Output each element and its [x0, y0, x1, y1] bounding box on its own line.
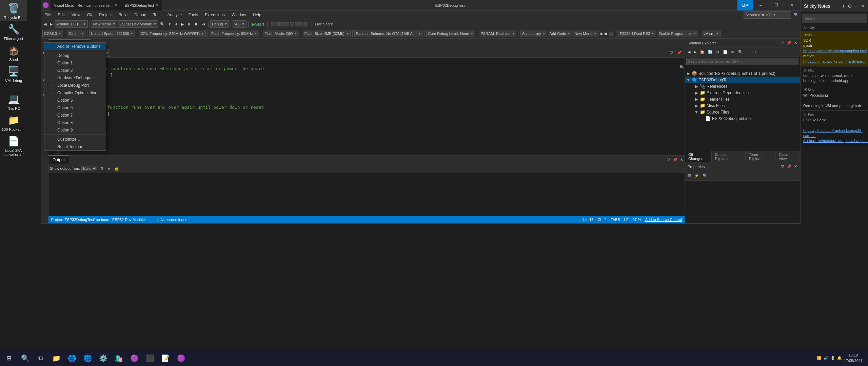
toolbar-forward-btn[interactable]: ▶: [48, 20, 54, 28]
menu-test[interactable]: Test: [150, 11, 164, 19]
desktop-icon-vm-debug[interactable]: 🖥️ VM debug: [0, 63, 27, 84]
desktop-icon-filter-adjust[interactable]: 🔧 Filter adjust: [0, 21, 27, 42]
vm-title-tab[interactable]: Visual Micro - Re: I cannot see thi... ✕: [51, 0, 121, 11]
menu-file[interactable]: File: [41, 11, 54, 19]
desktop-icon-local2fa[interactable]: 📄 Local 2FA activation.rtf: [0, 133, 27, 158]
toolbar-icons-5[interactable]: ⏹: [193, 20, 199, 28]
search-icon-btn[interactable]: 🔍: [792, 11, 800, 19]
taskbar-file-explorer-icon[interactable]: 📁: [49, 351, 64, 366]
flash-mode-dropdown[interactable]: Flash Mode: QIO ▼: [263, 30, 299, 37]
new-menu-dropdown[interactable]: New Menu ▼: [92, 20, 117, 28]
se-forward-btn[interactable]: ▶: [692, 48, 698, 56]
context-reset-toolbar[interactable]: Reset Toolbar: [44, 143, 106, 150]
output-source-select[interactable]: Build: [81, 166, 97, 171]
se-collapse-btn[interactable]: ⊟: [751, 48, 757, 56]
toolbar-icons-3[interactable]: ▶: [180, 20, 185, 28]
menu-extensions[interactable]: Extensions: [201, 11, 228, 19]
flash-size-dropdown[interactable]: Flash Size: 4MB (32Mb) ▼: [303, 30, 351, 37]
context-option2[interactable]: Option 2: [44, 67, 106, 74]
toolbar-icons-1[interactable]: ⬆: [167, 20, 173, 28]
context-local-debug[interactable]: Local Debug Port: [44, 82, 106, 89]
desktop-icon-shed[interactable]: 🏚️ Shed: [0, 42, 27, 63]
se-collapse-icon[interactable]: ▽: [781, 41, 784, 45]
desktop-icon-100mb[interactable]: 📁 100 Rockabi...: [0, 112, 27, 133]
taskbar-notes-icon[interactable]: 📝: [158, 351, 173, 366]
output-pin-btn[interactable]: 📌: [671, 156, 679, 163]
context-option5[interactable]: Option 5: [44, 97, 106, 104]
upload-speed-dropdown[interactable]: Upload Speed: 921600 ▼: [89, 30, 135, 37]
esp-title-tab[interactable]: ESP32DebugTest ✕: [121, 0, 162, 11]
context-option8[interactable]: Option 8: [44, 119, 106, 126]
menu-project[interactable]: Project: [96, 11, 115, 19]
start-btn[interactable]: ▶ Start: [250, 20, 265, 28]
toolbar-icons-extra[interactable]: ▶ ◼ ⬛: [599, 30, 614, 37]
context-option7[interactable]: Option 7: [44, 111, 106, 119]
esp-tab-close[interactable]: ✕: [156, 3, 159, 7]
se-close-icon[interactable]: ✕: [794, 41, 797, 45]
add-library-dropdown[interactable]: Add Library ▼: [520, 30, 547, 37]
restore-btn[interactable]: ❐: [769, 0, 784, 11]
se-tab-class[interactable]: Class View: [775, 151, 800, 162]
taskbar-clock[interactable]: 16:19 17/05/2021: [844, 353, 863, 363]
output-word-wrap-btn[interactable]: ≡: [106, 165, 111, 172]
debug-toolbar-btns[interactable]: ⬛⬛⬛⬛⬛⬛⬛⬛: [269, 20, 310, 28]
se-back-btn[interactable]: ◀: [686, 48, 692, 56]
desktop-icon-this-pc[interactable]: 💻 This PC: [0, 91, 27, 112]
menu-analyze[interactable]: Analyze: [164, 11, 185, 19]
port-dropdown[interactable]: F2232H Dual RS2 ▼: [618, 30, 656, 37]
minimize-btn[interactable]: ─: [753, 0, 769, 11]
other-dropdown[interactable]: Other - ▼: [67, 30, 85, 37]
vmicro-dropdown[interactable]: vMicro ▼: [702, 30, 721, 37]
taskbar-notification-icon[interactable]: 🔔: [837, 356, 842, 360]
context-hardware-debugger[interactable]: Hardware Debugger: [44, 74, 106, 82]
tree-misc-files[interactable]: ▶ 📁 Misc Files: [685, 102, 800, 109]
taskbar-settings-icon[interactable]: ⚙️: [96, 351, 111, 366]
toolbar-back-btn[interactable]: ◀: [42, 20, 48, 28]
editor-toolbar-pin[interactable]: 📌: [676, 49, 683, 57]
search-toolbar[interactable]: Search (Ctrl+Q) ▼: [744, 11, 791, 19]
add-code-dropdown[interactable]: Add Code ▼: [548, 30, 572, 37]
sticky-notes-search-input[interactable]: [802, 14, 867, 23]
context-debug[interactable]: Debug: [44, 52, 106, 59]
toolbar-icons-6[interactable]: ⏮: [200, 20, 206, 28]
close-btn[interactable]: ✕: [784, 0, 800, 11]
se-tab-solution[interactable]: Solution Explorer: [712, 151, 746, 162]
code-content[interactable]: // the setup function runs once when you…: [62, 58, 685, 155]
menu-window[interactable]: Window: [228, 11, 250, 19]
tree-source-files[interactable]: ▼ 📁 Source Files: [685, 109, 800, 115]
desktop-icon-recycle-bin[interactable]: 🗑️ Recycle Bin: [0, 0, 27, 21]
debug-mode-dropdown[interactable]: Debug ▼: [210, 20, 229, 28]
context-add-remove-buttons[interactable]: Add or Remove Buttons: [44, 43, 106, 50]
context-option9[interactable]: Option 9: [44, 126, 106, 134]
menu-git[interactable]: Git: [84, 11, 96, 19]
output-clear-btn[interactable]: 🗑: [99, 165, 105, 172]
menu-debug[interactable]: Debug: [131, 11, 150, 19]
se-files-btn[interactable]: 📄: [722, 48, 729, 56]
menu-help[interactable]: Help: [250, 11, 265, 19]
com-dropdown[interactable]: COM10 ▼: [42, 30, 63, 37]
menu-view[interactable]: View: [68, 11, 84, 19]
live-share-btn[interactable]: Live Share: [314, 20, 334, 28]
tree-project[interactable]: ▼ 🔷 ESP32DebugTest: [685, 77, 800, 83]
prop-sort-btn[interactable]: ⚡: [693, 172, 701, 180]
se-expand-btn[interactable]: ⊞: [745, 48, 751, 56]
menu-edit[interactable]: Edit: [54, 11, 68, 19]
status-add-source[interactable]: Add to Source Control: [645, 218, 682, 222]
se-search-input[interactable]: [686, 58, 798, 65]
properties-collapse-icon[interactable]: ▽: [781, 164, 784, 169]
taskbar-purple-app-icon[interactable]: 🟣: [174, 351, 189, 366]
output-collapse-btn[interactable]: ▽: [666, 156, 671, 163]
sticky-notes-add-icon[interactable]: +: [842, 3, 845, 9]
menu-build[interactable]: Build: [115, 11, 131, 19]
editor-toolbar-collapse[interactable]: ▽: [669, 49, 674, 57]
tree-main-ino[interactable]: 📄 ESP32DebugTest.ino: [685, 115, 800, 122]
se-home-btn[interactable]: 🏠: [698, 48, 706, 56]
sticky-notes-close-icon[interactable]: ✕: [861, 3, 865, 8]
toolbar-icons-2[interactable]: ⬇: [173, 20, 179, 28]
se-view-btn[interactable]: 👁: [730, 48, 736, 56]
new-menu2-dropdown[interactable]: New Menu ▼: [573, 30, 598, 37]
start-button[interactable]: ⊞: [0, 350, 18, 366]
context-option1[interactable]: Option 1: [44, 59, 106, 67]
arduino-version-dropdown[interactable]: Arduino 1.6/1.8 ▼: [55, 20, 88, 28]
se-filter-btn[interactable]: 🔍: [737, 48, 744, 56]
